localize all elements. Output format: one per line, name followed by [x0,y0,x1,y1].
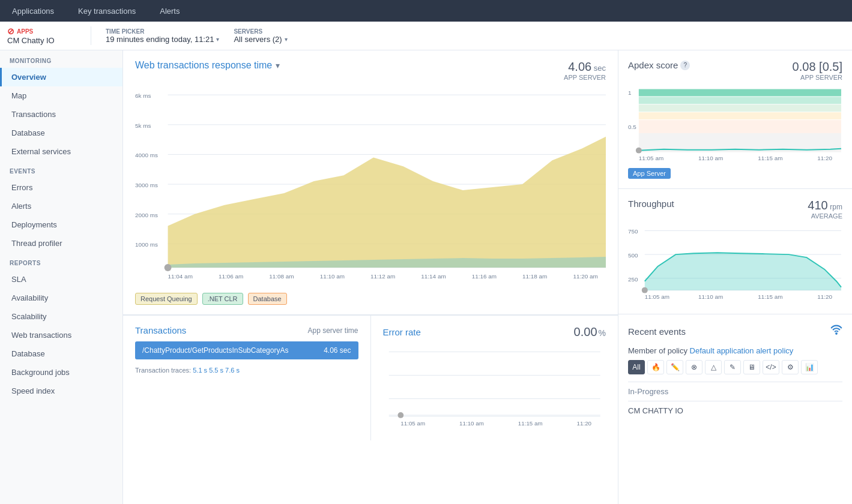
throughput-scrubber[interactable] [642,287,648,293]
svg-text:11:18 am: 11:18 am [522,273,547,280]
throughput-value: 410 rpm AVERAGE [808,199,842,220]
filter-alert[interactable]: △ [705,360,722,374]
sidebar-item-deployments[interactable]: Deployments [0,215,122,234]
in-progress-title: In-Progress [628,387,842,396]
transaction-time: 4.06 sec [324,346,351,355]
trace-link-1[interactable]: 5.1 s [193,367,207,374]
error-rate-unit: % [599,328,606,338]
filter-fire[interactable]: 🔥 [647,360,664,374]
svg-text:11:15 am: 11:15 am [518,420,542,427]
svg-text:11:05 am: 11:05 am [400,420,425,427]
servers-value: All servers (2) ▾ [234,35,287,44]
error-chart-scrubber[interactable] [397,412,403,418]
apdex-scrubber[interactable] [636,148,642,154]
filter-code[interactable]: </> [763,360,779,374]
apdex-header: Apdex score ? 0.08 [0.5] APP SERVER [628,60,842,81]
transactions-header: Transactions App server time [135,325,358,335]
policy-text: Member of policy Default application ale… [628,346,842,355]
svg-text:2000 ms: 2000 ms [135,212,158,218]
apdex-value: 0.08 [0.5] APP SERVER [793,60,842,81]
svg-text:11:14 am: 11:14 am [421,273,446,280]
transaction-traces: Transaction traces: 5.1 s 5.5 s 7.6 s [135,364,358,376]
sidebar-item-map[interactable]: Map [0,86,122,105]
filter-gear[interactable]: ⚙ [782,360,799,374]
time-picker-value: 19 minutes ending today, 11:21 ▾ [106,35,219,44]
servers-label: SERVERS [234,28,287,35]
main-chart-svg: 6k ms 5k ms 4000 ms 3000 ms 2000 ms 1000… [135,88,606,286]
chart-header: Web transactions response time ▾ 4.06 se… [135,60,606,81]
recent-events-section: Recent events Member of policy Default a… [618,314,852,425]
sidebar-item-database[interactable]: Database [0,124,122,142]
svg-text:11:16 am: 11:16 am [472,273,497,280]
sidebar-item-background-jobs[interactable]: Background jobs [0,363,122,382]
svg-text:1: 1 [628,89,632,96]
legend-database: Database [248,293,287,305]
transactions-title[interactable]: Transactions [135,325,186,335]
app-server-badge: App Server [628,168,671,179]
chart-stat-value: 4.06 [568,60,591,73]
chart-scrubber[interactable] [165,264,172,271]
filter-edit[interactable]: ✏️ [666,360,683,374]
sidebar-item-thread-profiler[interactable]: Thread profiler [0,234,122,253]
throughput-chart-svg: 750 500 250 11:05 am 11:10 am 11:15 am 1 [628,224,842,302]
servers-picker[interactable]: SERVERS All servers (2) ▾ [234,28,287,44]
svg-rect-37 [639,112,841,119]
trace-link-2[interactable]: 5.5 s [209,367,223,374]
transactions-subtitle: App server time [307,326,358,335]
svg-text:3000 ms: 3000 ms [135,182,158,188]
sidebar-item-errors[interactable]: Errors [0,178,122,197]
chart-stat: 4.06 sec APP SERVER [564,60,606,81]
monitoring-section-label: MONITORING [0,50,122,68]
filter-block[interactable]: ⊗ [686,360,702,374]
sidebar-item-transactions[interactable]: Transactions [0,105,122,124]
transaction-row[interactable]: /ChattyProduct/GetProductsInSubCategoryA… [135,341,358,359]
app-selector[interactable]: ⊘ APPS CM Chatty IO [7,26,91,45]
chart-title[interactable]: Web transactions response time ▾ [135,60,280,71]
svg-text:0.5: 0.5 [628,124,636,130]
sidebar: MONITORING Overview Map Transactions Dat… [0,50,123,504]
sidebar-item-scalability[interactable]: Scalability [0,307,122,326]
svg-point-56 [836,333,837,334]
svg-text:11:20 am: 11:20 am [573,273,597,280]
apdex-info-icon[interactable]: ? [680,61,690,70]
main-chart-section: Web transactions response time ▾ 4.06 se… [123,50,618,315]
throughput-section: Throughput 410 rpm AVERAGE 750 500 250 [618,189,852,314]
nav-key-transactions[interactable]: Key transactions [73,3,140,19]
sidebar-item-sla[interactable]: SLA [0,270,122,289]
sidebar-item-speed-index[interactable]: Speed index [0,382,122,400]
policy-link[interactable]: Default application alert policy [690,346,794,355]
filter-pencil[interactable]: ✎ [724,360,741,374]
nav-alerts[interactable]: Alerts [155,3,184,19]
sidebar-item-database-report[interactable]: Database [0,344,122,363]
svg-text:1000 ms: 1000 ms [135,241,158,248]
nav-applications[interactable]: Applications [7,3,59,19]
throughput-title: Throughput [628,199,674,209]
recent-events-header: Recent events [628,324,842,339]
sidebar-item-web-transactions[interactable]: Web transactions [0,326,122,344]
filter-all[interactable]: All [628,360,645,374]
sidebar-item-alerts[interactable]: Alerts [0,197,122,215]
chart-stat-label: APP SERVER [564,74,606,81]
legend-net-clr: .NET CLR [202,293,243,305]
recent-events-feed-icon[interactable] [830,324,842,339]
svg-marker-51 [645,253,841,290]
trace-link-3[interactable]: 7.6 s [225,367,240,374]
sidebar-item-external-services[interactable]: External services [0,142,122,161]
svg-text:11:15 am: 11:15 am [758,155,782,162]
filter-chart[interactable]: 📊 [801,360,818,374]
top-navigation: Applications Key transactions Alerts [0,0,852,22]
svg-text:11:20: 11:20 [817,155,832,162]
right-panel: Apdex score ? 0.08 [0.5] APP SERVER 1 0.… [618,50,852,504]
svg-rect-38 [639,120,841,133]
app-name: CM Chatty IO [7,36,79,45]
error-rate-value: 0.00 [574,325,597,339]
svg-text:6k ms: 6k ms [135,92,151,99]
filter-monitor[interactable]: 🖥 [743,360,760,374]
time-picker[interactable]: TIME PICKER 19 minutes ending today, 11:… [106,28,219,44]
sidebar-item-availability[interactable]: Availability [0,289,122,307]
error-rate-header: Error rate 0.00 % [383,325,606,339]
svg-text:11:15 am: 11:15 am [758,294,782,301]
svg-text:11:05 am: 11:05 am [645,294,669,301]
time-picker-label: TIME PICKER [106,28,219,35]
sidebar-item-overview[interactable]: Overview [0,68,122,86]
